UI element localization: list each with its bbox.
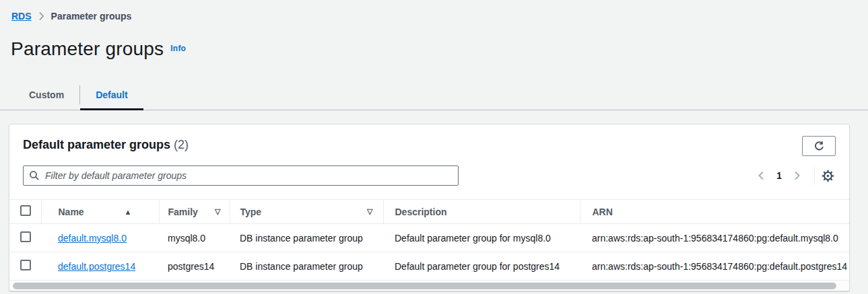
column-header-name[interactable]: Name ▲: [41, 200, 159, 224]
sort-ascending-icon[interactable]: ▲: [125, 208, 132, 216]
column-label: Description: [395, 207, 447, 217]
default-parameter-groups-panel: Default parameter groups (2): [9, 124, 850, 291]
table-scroll-area: Name ▲ Family ▽ Type ▽: [9, 199, 849, 280]
chevron-right-icon: [793, 170, 801, 181]
chevron-left-icon: [757, 170, 765, 181]
cell-family: postgres14: [159, 252, 230, 281]
current-page-number[interactable]: 1: [771, 170, 787, 181]
panel-count: (2): [174, 138, 189, 151]
table-row: default.mysql8.0 mysql8.0 DB instance pa…: [9, 224, 849, 252]
parameter-groups-table: Name ▲ Family ▽ Type ▽: [9, 199, 849, 280]
filter-input[interactable]: [23, 166, 459, 186]
horizontal-scrollbar-thumb[interactable]: [13, 283, 836, 289]
sortable-icon[interactable]: ▽: [367, 207, 372, 216]
cell-family: mysql8.0: [159, 224, 230, 252]
column-label: Name: [59, 207, 84, 217]
filter-box: [23, 166, 459, 186]
refresh-icon: [813, 141, 825, 152]
breadcrumb-link-rds[interactable]: RDS: [11, 11, 32, 22]
cell-type: DB instance parameter group: [230, 252, 383, 281]
info-link[interactable]: Info: [170, 44, 186, 53]
breadcrumb-current: Parameter groups: [51, 11, 132, 22]
parameter-group-link[interactable]: default.postgres14: [58, 261, 135, 272]
column-header-family[interactable]: Family ▽: [159, 200, 230, 224]
panel-header: Default parameter groups (2): [9, 124, 849, 156]
panel-title: Default parameter groups (2): [23, 136, 189, 152]
column-header-arn: ARN: [580, 200, 849, 224]
pagination: 1: [751, 166, 836, 185]
cell-description: Default parameter group for postgres14: [383, 252, 580, 281]
column-header-description: Description: [383, 200, 580, 224]
parameter-group-link[interactable]: default.mysql8.0: [58, 233, 127, 244]
horizontal-scrollbar[interactable]: [9, 280, 849, 291]
row-checkbox[interactable]: [20, 260, 31, 270]
tab-default[interactable]: Default: [80, 80, 143, 110]
cell-arn: arn:aws:rds:ap-south-1:956834174860:pg:d…: [580, 252, 849, 281]
row-checkbox[interactable]: [20, 231, 31, 242]
page-title: Parameter groupsInfo: [11, 38, 868, 60]
search-icon: [29, 170, 40, 181]
refresh-button[interactable]: [802, 136, 836, 156]
panel-title-text: Default parameter groups: [23, 138, 170, 151]
table-row: default.postgres14 postgres14 DB instanc…: [9, 252, 849, 281]
column-label: Family: [168, 207, 198, 217]
next-page-button[interactable]: [787, 170, 807, 181]
select-all-checkbox[interactable]: [20, 205, 31, 216]
column-header-type[interactable]: Type ▽: [230, 200, 383, 224]
sortable-icon[interactable]: ▽: [215, 207, 220, 216]
breadcrumb-separator-icon: [38, 11, 44, 21]
column-label: ARN: [593, 207, 613, 217]
tab-custom[interactable]: Custom: [13, 80, 79, 110]
cell-arn: arn:aws:rds:ap-south-1:956834174860:pg:d…: [580, 224, 849, 252]
cell-type: DB instance parameter group: [230, 224, 383, 252]
cell-description: Default parameter group for mysql8.0: [383, 224, 580, 252]
breadcrumb: RDS Parameter groups: [0, 0, 868, 22]
table-header-row: Name ▲ Family ▽ Type ▽: [9, 200, 849, 224]
column-label: Type: [240, 207, 262, 217]
settings-gear-icon: [822, 170, 834, 182]
page-title-text: Parameter groups: [11, 38, 164, 59]
previous-page-button[interactable]: [751, 170, 771, 181]
toolbar-divider: [814, 166, 815, 185]
preferences-button[interactable]: [820, 170, 836, 182]
table-toolbar: 1: [9, 156, 849, 199]
tab-bar: Custom Default: [0, 80, 868, 110]
